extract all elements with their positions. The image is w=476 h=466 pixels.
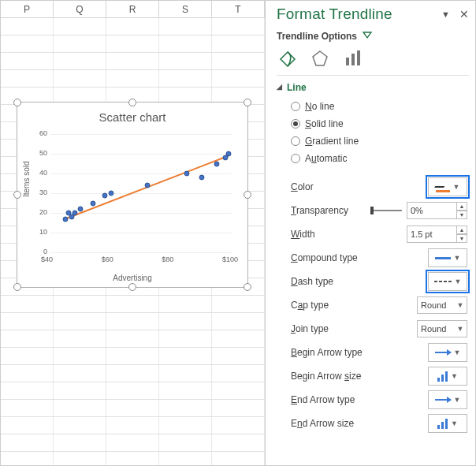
- prop-width: Width 1.5 pt ▲▼: [277, 222, 469, 246]
- prop-compound-type: Compound type ▼: [277, 246, 469, 270]
- tab-effects[interactable]: [311, 50, 330, 69]
- task-pane-options-icon[interactable]: ▼: [441, 9, 450, 19]
- transparency-slider[interactable]: [370, 210, 402, 211]
- svg-marker-2: [313, 51, 327, 65]
- line-type-radios: No line Solid line Gradient line Automat…: [277, 98, 469, 167]
- col-header[interactable]: S: [159, 1, 212, 17]
- plot-area[interactable]: 0102030405060$40$60$80$100: [50, 134, 232, 252]
- width-input[interactable]: 1.5 pt: [407, 226, 457, 243]
- pane-title: Format Trendline: [277, 6, 392, 23]
- end-arrow-size-picker[interactable]: ▼: [428, 414, 467, 433]
- transparency-spinner[interactable]: ▲▼: [456, 202, 467, 219]
- pane-subhead[interactable]: Trendline Options: [277, 31, 469, 42]
- prop-join-type: Join type Round▼: [277, 317, 469, 341]
- svg-rect-5: [357, 50, 360, 65]
- tab-fill-line[interactable]: [278, 50, 297, 69]
- format-trendline-pane: Format Trendline ▼ ✕ Trendline Options ◢…: [266, 1, 476, 466]
- end-arrow-type-picker[interactable]: ▼: [428, 390, 467, 409]
- spreadsheet-grid[interactable]: P Q R S T Scatter chart Items sold 01020…: [1, 1, 266, 466]
- join-type-select[interactable]: Round▼: [417, 320, 467, 337]
- prop-dash-type: Dash type ▼: [277, 270, 469, 293]
- svg-rect-3: [346, 58, 349, 65]
- radio-gradient-line[interactable]: Gradient line: [291, 132, 469, 150]
- color-picker[interactable]: ▼: [428, 177, 467, 196]
- dash-type-picker[interactable]: ▼: [428, 272, 467, 291]
- prop-begin-arrow-type: Begin Arrow type ▼: [277, 341, 469, 364]
- transparency-input[interactable]: 0%: [407, 202, 457, 219]
- prop-color: Color ▼: [277, 175, 469, 199]
- svg-marker-1: [363, 32, 371, 38]
- col-header[interactable]: Q: [54, 1, 106, 17]
- compound-type-picker[interactable]: ▼: [428, 248, 467, 267]
- prop-begin-arrow-size: Begin Arrow size ▼: [277, 364, 469, 388]
- radio-automatic[interactable]: Automatic: [291, 150, 469, 167]
- prop-transparency: Transparency 0% ▲▼: [277, 199, 469, 222]
- col-header[interactable]: P: [1, 1, 54, 17]
- x-axis-label: Advertising: [17, 274, 247, 282]
- cap-type-select[interactable]: Round▼: [417, 296, 467, 314]
- collapse-icon: ◢: [277, 83, 282, 91]
- pane-tabs: [277, 42, 469, 76]
- radio-solid-line[interactable]: Solid line: [291, 115, 469, 132]
- svg-rect-4: [351, 54, 355, 65]
- prop-end-arrow-type: End Arrow type ▼: [277, 388, 469, 412]
- radio-no-line[interactable]: No line: [291, 98, 469, 115]
- prop-end-arrow-size: End Arrow size ▼: [277, 412, 469, 435]
- begin-arrow-size-picker[interactable]: ▼: [428, 367, 467, 386]
- section-line[interactable]: ◢ Line: [277, 82, 469, 93]
- chevron-down-icon: [363, 32, 372, 39]
- chart-object[interactable]: Scatter chart Items sold 0102030405060$4…: [17, 102, 248, 288]
- y-axis-label: Items sold: [22, 161, 31, 197]
- col-header[interactable]: R: [106, 1, 159, 17]
- col-header[interactable]: T: [212, 1, 265, 17]
- tab-trendline-options[interactable]: [344, 50, 363, 69]
- prop-cap-type: Cap type Round▼: [277, 293, 469, 317]
- width-spinner[interactable]: ▲▼: [456, 226, 467, 243]
- column-headers: P Q R S T: [1, 1, 265, 18]
- begin-arrow-type-picker[interactable]: ▼: [428, 343, 467, 362]
- close-icon[interactable]: ✕: [459, 8, 469, 21]
